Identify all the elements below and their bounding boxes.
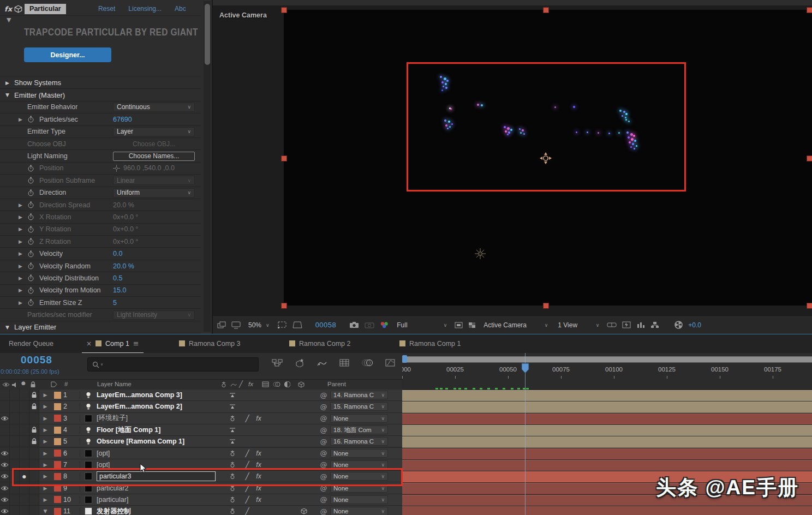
snapshot-camera-icon[interactable] [349, 321, 359, 328]
stopwatch-icon[interactable] [27, 226, 39, 233]
solo-cell[interactable] [20, 494, 29, 505]
layer-duration-bar[interactable] [402, 402, 812, 413]
param-row-z-rotation[interactable]: ▶Z Rotation0x+0.0 ° [0, 236, 201, 248]
layer-row-left[interactable]: ▶1LayerEm...amona Comp 3]@14. Ramona C∨ [0, 390, 402, 401]
layer-track[interactable] [402, 424, 812, 436]
layer-row-left[interactable]: ▶6[opt]╱fx@None∨ [0, 448, 402, 459]
collapse-switch-icon[interactable] [222, 439, 243, 444]
designer-button[interactable]: Designer... [24, 47, 111, 62]
pickwhip-icon[interactable]: @ [317, 507, 330, 515]
param-dropdown[interactable]: Continuous∨ [113, 103, 195, 112]
layer-switches[interactable]: ╱fx [222, 496, 317, 504]
param-row-x-rotation[interactable]: ▶X Rotation0x+0.0 ° [0, 211, 201, 223]
layer-track[interactable] [402, 390, 812, 402]
layer-handle[interactable] [807, 303, 812, 308]
primary-viewer-icon[interactable] [231, 321, 241, 329]
pickwhip-icon[interactable]: @ [317, 414, 330, 422]
3d-switch-icon[interactable] [297, 508, 311, 514]
layer-row-left[interactable]: ▶3[环境粒子]╱fx@None∨ [0, 413, 402, 424]
layer-row-11[interactable]: ▼11发射器控制╱@None∨ [0, 506, 812, 515]
label-color-chip[interactable] [51, 496, 63, 503]
parent-dropdown-box[interactable]: None∨ [330, 449, 388, 458]
lock-cell[interactable] [29, 401, 39, 412]
anchor-point-icon[interactable] [539, 151, 553, 165]
expand-arrow-icon[interactable]: ▶ [39, 427, 51, 433]
param-row-direction[interactable]: DirectionUniform∨ [0, 187, 201, 199]
effect-title[interactable]: Particular [25, 4, 66, 14]
collapse-switch-icon[interactable] [222, 508, 243, 514]
collapse-switch-icon[interactable] [222, 462, 243, 468]
lock-cell[interactable] [29, 448, 39, 459]
audio-cell[interactable] [10, 494, 20, 505]
expand-arrow-icon[interactable]: ▼ [5, 325, 14, 330]
solo-cell[interactable] [20, 413, 29, 424]
expand-arrow-icon[interactable]: ▶ [19, 214, 27, 220]
layer-switches[interactable]: ╱ [222, 507, 317, 515]
3d-view-dropdown[interactable]: Active Camera∨ [481, 321, 550, 329]
layer-row-left[interactable]: ▶2LayerEm...amona Comp 2]@15. Ramona C∨ [0, 401, 402, 412]
collapse-switch-icon[interactable] [222, 404, 243, 409]
parent-dropdown-box[interactable]: None∨ [330, 414, 388, 423]
layer-name[interactable]: Obscure [Ramona Comp 1] [97, 438, 222, 445]
tab-ramona-comp-3[interactable]: Ramona Comp 3 [175, 334, 245, 352]
solo-cell[interactable] [20, 390, 29, 400]
audio-cell[interactable] [10, 506, 20, 515]
collapse-switch-icon[interactable] [222, 392, 243, 398]
audio-cell[interactable] [10, 436, 20, 447]
param-row-show-systems[interactable]: ▶Show Systems [0, 77, 201, 89]
param-row-layer-emitter[interactable]: ▼Layer Emitter [0, 321, 201, 333]
parent-dropdown[interactable]: 18. 地面 Com∨ [330, 426, 393, 434]
fx-switch-column-icon[interactable]: fx [248, 381, 253, 387]
light-source-icon[interactable] [474, 248, 486, 260]
param-row-direction-spread[interactable]: ▶Direction Spread20.0 % [0, 199, 201, 211]
param-row-y-rotation[interactable]: ▶Y Rotation0x+0.0 ° [0, 224, 201, 236]
expand-arrow-icon[interactable]: ▼ [5, 92, 14, 98]
fx-switch-icon[interactable]: fx [252, 450, 266, 457]
quality-switch-icon[interactable]: ╱ [243, 496, 252, 504]
param-row-light-naming[interactable]: Light NamingChoose Names... [0, 150, 201, 162]
always-preview-icon[interactable] [217, 321, 226, 329]
eye-cell[interactable] [0, 401, 10, 412]
close-icon[interactable]: × [86, 340, 92, 348]
param-row-velocity-distribution[interactable]: ▶Velocity Distribution0.5 [0, 272, 201, 284]
eye-cell[interactable] [0, 436, 10, 447]
layer-handle[interactable] [544, 303, 548, 308]
layer-switches[interactable]: ╱fx [222, 450, 317, 457]
solo-cell[interactable] [20, 424, 29, 435]
resolution-icon[interactable] [455, 322, 463, 328]
layer-name[interactable]: LayerEm...amona Comp 3] [97, 391, 222, 399]
layer-track[interactable] [402, 413, 812, 425]
layer-name[interactable]: [opt] [97, 461, 222, 469]
lock-cell[interactable] [29, 506, 39, 515]
safe-margins-icon[interactable] [292, 321, 302, 328]
param-row-velocity-random[interactable]: ▶Velocity Random20.0 % [0, 260, 201, 272]
expand-arrow-icon[interactable]: ▶ [19, 276, 27, 281]
scrollbar[interactable] [204, 1, 211, 332]
tab-comp-1[interactable]: ×Comp 1≡ [82, 334, 144, 354]
parent-dropdown-box[interactable]: 15. Ramona C∨ [330, 402, 388, 411]
layer-switches[interactable]: ╱fx [222, 415, 317, 422]
pickwhip-icon[interactable]: @ [317, 426, 330, 434]
parent-dropdown[interactable]: 14. Ramona C∨ [330, 391, 393, 399]
stopwatch-icon[interactable] [27, 299, 39, 306]
param-number-value[interactable]: 67690 [113, 116, 132, 123]
hide-shy-layers-icon[interactable] [317, 360, 327, 367]
tab-ramona-comp-2[interactable]: Ramona Comp 2 [285, 334, 355, 352]
pickwhip-icon[interactable]: @ [317, 391, 330, 399]
audio-cell[interactable] [10, 413, 20, 424]
stopwatch-icon[interactable] [27, 238, 39, 245]
parent-dropdown[interactable]: None∨ [330, 449, 393, 458]
solo-column-icon[interactable]: ● [21, 380, 26, 386]
stopwatch-icon[interactable] [27, 213, 39, 220]
composition-mini-flowchart-icon[interactable] [272, 359, 283, 367]
show-snapshot-icon[interactable] [365, 321, 374, 328]
exposure-value[interactable]: +0.0 [688, 321, 701, 329]
stopwatch-icon[interactable] [27, 177, 39, 184]
parent-dropdown-box[interactable]: 18. 地面 Com∨ [330, 426, 388, 434]
expand-arrow-icon[interactable]: ▶ [19, 202, 27, 208]
view-layout-dropdown[interactable]: 1 View∨ [556, 321, 601, 329]
parent-dropdown[interactable]: 16. Ramona C∨ [330, 437, 393, 446]
layer-handle[interactable] [282, 156, 286, 161]
quality-switch-icon[interactable]: ╱ [243, 450, 252, 457]
param-dropdown[interactable]: Layer∨ [113, 127, 195, 136]
